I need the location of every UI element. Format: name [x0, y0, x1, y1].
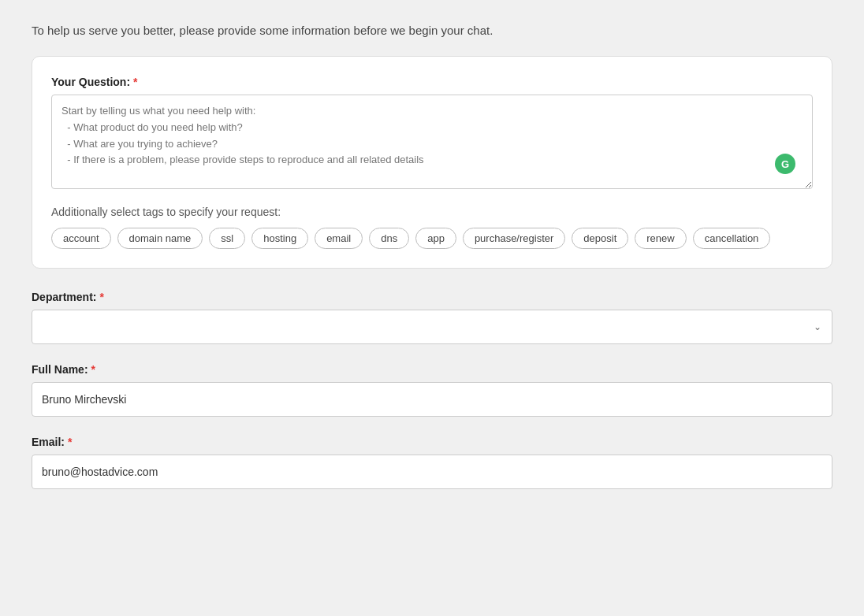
tag-domain-name[interactable]: domain name	[117, 228, 203, 249]
department-label-text: Department:	[32, 291, 96, 303]
department-section: Department: * ⌄	[32, 291, 832, 344]
tag-cancellation[interactable]: cancellation	[693, 228, 771, 249]
fullname-label: Full Name: *	[32, 363, 832, 376]
question-label: Your Question: *	[51, 76, 813, 88]
fullname-required-star: *	[91, 363, 95, 376]
tag-deposit[interactable]: deposit	[572, 228, 628, 249]
tag-hosting[interactable]: hosting	[251, 228, 308, 249]
tag-ssl[interactable]: ssl	[209, 228, 245, 249]
email-label: Email: *	[32, 436, 832, 448]
fullname-label-text: Full Name:	[32, 363, 88, 376]
question-card: Your Question: * G Additionally select t…	[32, 56, 832, 269]
department-select[interactable]	[32, 310, 832, 344]
textarea-wrapper: G	[51, 95, 813, 191]
fullname-section: Full Name: *	[32, 363, 832, 417]
email-section: Email: *	[32, 436, 832, 489]
intro-text: To help us serve you better, please prov…	[32, 24, 832, 37]
department-label: Department: *	[32, 291, 832, 303]
tags-label: Additionally select tags to specify your…	[51, 206, 813, 218]
fullname-input[interactable]	[32, 382, 832, 417]
tag-email[interactable]: email	[315, 228, 363, 249]
department-select-wrapper: ⌄	[32, 310, 832, 344]
tag-account[interactable]: account	[51, 228, 111, 249]
tag-renew[interactable]: renew	[635, 228, 686, 249]
email-label-text: Email:	[32, 436, 65, 448]
question-required-star: *	[133, 76, 137, 88]
question-textarea[interactable]	[51, 95, 813, 189]
email-input[interactable]	[32, 455, 832, 489]
question-label-text: Your Question:	[51, 76, 130, 88]
department-required-star: *	[99, 291, 103, 303]
email-required-star: *	[68, 436, 72, 448]
tag-purchase-register[interactable]: purchase/register	[463, 228, 565, 249]
tag-dns[interactable]: dns	[369, 228, 409, 249]
tags-container: accountdomain namesslhostingemaildnsappp…	[51, 228, 813, 249]
tag-app[interactable]: app	[415, 228, 456, 249]
